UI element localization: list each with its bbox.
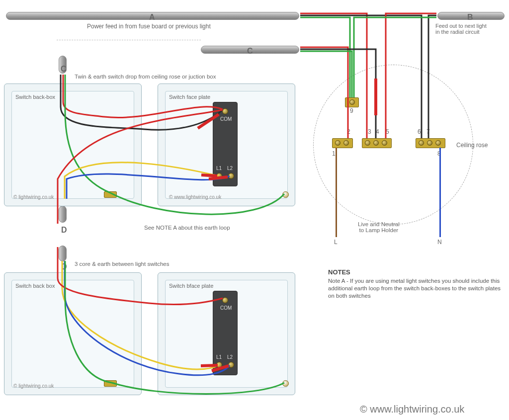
wiring-svg — [0, 0, 509, 420]
diagram-canvas: A Power feed in from fuse board or previ… — [0, 0, 509, 420]
